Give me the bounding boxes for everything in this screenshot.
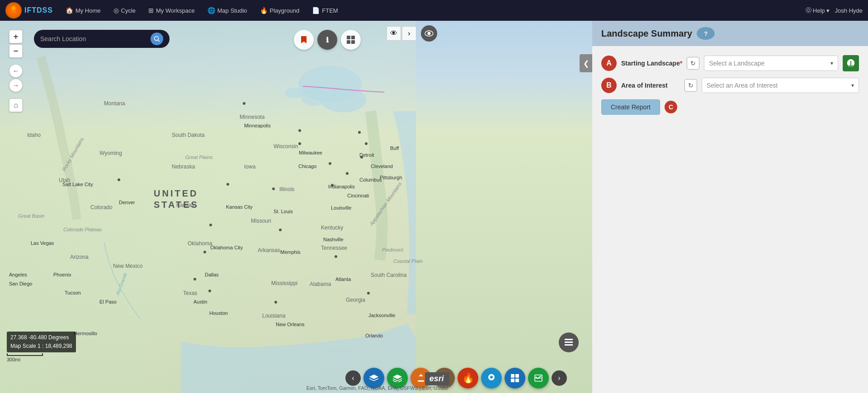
pan-right-button[interactable]: → bbox=[9, 79, 23, 92]
svg-point-10 bbox=[298, 142, 301, 145]
eye-toggle-button[interactable] bbox=[421, 25, 437, 42]
svg-point-20 bbox=[279, 229, 282, 231]
svg-rect-45 bbox=[565, 342, 573, 343]
toolbar-prev-button[interactable]: ‹ bbox=[345, 370, 361, 386]
map-toolbar: ℹ bbox=[294, 30, 361, 50]
svg-point-18 bbox=[226, 183, 229, 186]
layer-visible-button[interactable]: 👁 bbox=[387, 26, 401, 41]
bookmark-tool[interactable] bbox=[294, 30, 314, 50]
nav-item-cycle[interactable]: ◎ Cycle bbox=[108, 4, 142, 17]
apps-tool[interactable] bbox=[505, 368, 525, 388]
ftem-icon: 📄 bbox=[312, 7, 320, 14]
svg-point-17 bbox=[118, 178, 120, 181]
step-a-label: Starting Landscape* bbox=[621, 60, 682, 67]
svg-rect-44 bbox=[565, 339, 573, 340]
user-name: Josh Hyde bbox=[835, 7, 863, 14]
info-tool[interactable]: ℹ bbox=[317, 30, 337, 50]
svg-point-25 bbox=[274, 301, 277, 304]
svg-point-35 bbox=[428, 32, 431, 35]
nav-item-workspace-label: My Workspace bbox=[156, 7, 195, 14]
toolbar-next-button[interactable]: › bbox=[552, 370, 567, 386]
svg-point-13 bbox=[360, 156, 363, 159]
svg-rect-36 bbox=[418, 380, 424, 382]
svg-rect-40 bbox=[511, 374, 514, 378]
step-b-badge-label: B bbox=[606, 81, 612, 89]
grid-tool[interactable] bbox=[341, 30, 361, 50]
help-button[interactable]: ⓪ Help ▾ bbox=[806, 6, 830, 14]
fire-tool[interactable]: 🔥 bbox=[458, 368, 478, 388]
coordinates-text: 27.368 -80.480 Degrees bbox=[10, 333, 72, 342]
nav-item-mapstudio[interactable]: 🌐 Map Studio bbox=[202, 4, 253, 17]
coordinates-display: 27.368 -80.480 Degrees Map Scale 1 : 18,… bbox=[7, 332, 76, 352]
step-a-badge: A bbox=[601, 56, 617, 71]
step-c-badge: C bbox=[665, 101, 677, 113]
pan-left-button[interactable]: ← bbox=[9, 64, 23, 78]
landscape-select[interactable]: Select a Landscape ▾ bbox=[704, 56, 838, 71]
create-report-label: Create Report bbox=[611, 103, 651, 111]
svg-rect-32 bbox=[347, 40, 350, 44]
landscape-chevron-icon: ▾ bbox=[830, 60, 833, 66]
esri-logo-area: esri POWERED BY bbox=[425, 372, 449, 389]
nav-item-mapstudio-label: Map Studio bbox=[217, 7, 247, 14]
search-input[interactable] bbox=[40, 35, 147, 42]
nav-item-workspace[interactable]: ⊞ My Workspace bbox=[143, 4, 200, 17]
zoom-out-button[interactable]: − bbox=[9, 44, 23, 58]
aoi-refresh-button[interactable]: ↻ bbox=[684, 79, 697, 92]
aoi-select-placeholder: Select an Area of Interest bbox=[707, 82, 778, 89]
svg-line-29 bbox=[158, 40, 160, 42]
eye-controls: 👁 › bbox=[387, 25, 437, 42]
pin-tool[interactable] bbox=[481, 368, 502, 388]
svg-rect-30 bbox=[347, 36, 350, 39]
svg-point-24 bbox=[208, 290, 211, 292]
help-chevron-icon: ▾ bbox=[826, 7, 830, 14]
step-c-row: Create Report C bbox=[601, 99, 859, 115]
svg-point-28 bbox=[155, 37, 159, 41]
map-controls-zoom: + − ← → ⌂ bbox=[9, 30, 23, 112]
nav-item-playground[interactable]: 🔥 Playground bbox=[255, 4, 305, 17]
check-tool[interactable] bbox=[528, 368, 549, 388]
svg-point-11 bbox=[358, 131, 361, 134]
workspace-icon: ⊞ bbox=[148, 7, 154, 14]
step-b-badge: B bbox=[601, 78, 617, 93]
svg-point-14 bbox=[346, 172, 349, 175]
nav-item-ftem-label: FTEM bbox=[322, 7, 338, 14]
help-icon: ? bbox=[704, 30, 708, 37]
home-extent-button[interactable]: ⌂ bbox=[9, 98, 23, 112]
svg-point-9 bbox=[298, 129, 301, 132]
landscape-refresh-button[interactable]: ↻ bbox=[687, 57, 699, 70]
layer-chevron-button[interactable]: › bbox=[402, 26, 416, 41]
svg-point-15 bbox=[329, 162, 331, 165]
landscape-confirm-button[interactable] bbox=[843, 55, 859, 71]
svg-rect-42 bbox=[511, 379, 514, 382]
svg-point-19 bbox=[272, 187, 275, 190]
nav-item-ftem[interactable]: 📄 FTEM bbox=[307, 4, 343, 17]
aoi-select[interactable]: Select an Area of Interest ▾ bbox=[702, 78, 859, 93]
svg-point-26 bbox=[335, 255, 337, 258]
svg-point-12 bbox=[365, 142, 368, 145]
svg-rect-33 bbox=[351, 40, 355, 44]
search-button[interactable] bbox=[151, 33, 163, 45]
home-icon: 🏠 bbox=[66, 7, 73, 14]
panel-collapse-button[interactable]: ❮ bbox=[580, 54, 592, 72]
search-input-wrapper bbox=[34, 30, 170, 48]
step-a-badge-label: A bbox=[606, 59, 612, 67]
create-report-button[interactable]: Create Report bbox=[601, 99, 660, 115]
svg-point-8 bbox=[243, 102, 245, 105]
panel-help-button[interactable]: ? bbox=[697, 27, 715, 40]
cycle-icon: ◎ bbox=[113, 7, 119, 14]
svg-point-16 bbox=[331, 184, 334, 187]
svg-point-39 bbox=[490, 376, 493, 379]
zoom-in-button[interactable]: + bbox=[9, 30, 23, 43]
app-logo: IFTDSS bbox=[5, 2, 53, 19]
svg-point-23 bbox=[193, 278, 196, 281]
logo-icon bbox=[5, 2, 22, 19]
mapstudio-icon: 🌐 bbox=[208, 7, 215, 14]
help-circle-icon: ⓪ bbox=[806, 6, 811, 14]
map-list-button[interactable] bbox=[559, 332, 579, 352]
search-bar bbox=[34, 30, 170, 48]
app-title: IFTDSS bbox=[24, 6, 53, 14]
nav-item-home[interactable]: 🏠 My Home bbox=[60, 4, 106, 17]
playground-icon: 🔥 bbox=[260, 7, 268, 14]
nav-item-playground-label: Playground bbox=[270, 7, 300, 14]
step-a-row: A Starting Landscape* ↻ Select a Landsca… bbox=[601, 55, 859, 71]
